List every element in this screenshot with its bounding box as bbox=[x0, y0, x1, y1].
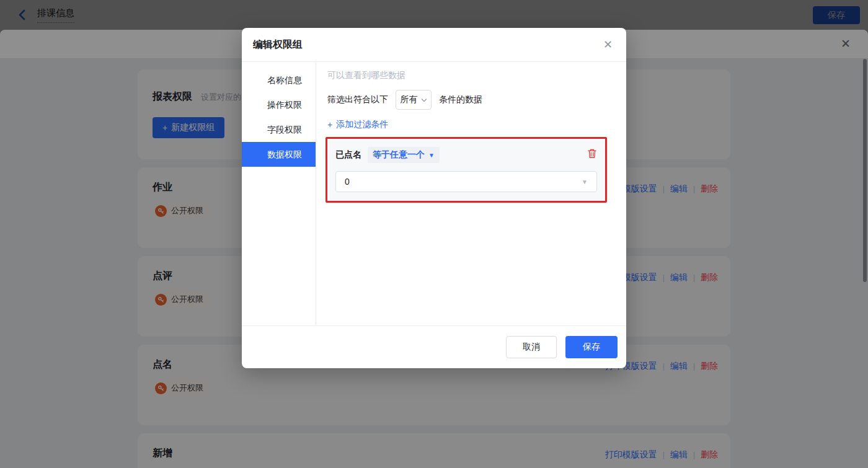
condition-value-select[interactable]: 0 ▼ bbox=[335, 171, 597, 192]
annotation-highlight-box: 已点名 等于任意一个 ▼ bbox=[326, 137, 607, 203]
panel-hint: 可以查看到哪些数据 bbox=[327, 70, 615, 81]
data-permission-panel: 可以查看到哪些数据 筛选出符合以下 所有 条件的数据 + 添加过滤条件 bbox=[317, 63, 626, 325]
tab-field-permission[interactable]: 字段权限 bbox=[242, 117, 316, 142]
filter-prefix-text: 筛选出符合以下 bbox=[327, 94, 388, 105]
delete-condition-button[interactable] bbox=[587, 148, 597, 161]
modal-title: 编辑权限组 bbox=[253, 38, 303, 51]
tab-name-info[interactable]: 名称信息 bbox=[242, 68, 316, 92]
filter-suffix-text: 条件的数据 bbox=[439, 94, 482, 105]
condition-operator-dropdown[interactable]: 等于任意一个 ▼ bbox=[368, 147, 440, 163]
save-button[interactable]: 保存 bbox=[565, 336, 618, 358]
condition-field-label: 已点名 bbox=[335, 149, 361, 161]
plus-icon: + bbox=[327, 120, 332, 130]
modal-close-icon[interactable]: ✕ bbox=[603, 38, 613, 51]
chevron-down-icon bbox=[421, 98, 427, 102]
cancel-button[interactable]: 取消 bbox=[506, 336, 557, 358]
modal-header: 编辑权限组 ✕ bbox=[242, 28, 626, 62]
filter-condition-card: 已点名 等于任意一个 ▼ bbox=[327, 139, 605, 201]
add-filter-button[interactable]: + 添加过滤条件 bbox=[327, 119, 388, 130]
edit-permission-group-modal: 编辑权限组 ✕ 名称信息 操作权限 字段权限 数据权限 可以查看到哪些数据 筛选… bbox=[242, 28, 626, 368]
modal-sidebar: 名称信息 操作权限 字段权限 数据权限 bbox=[242, 63, 316, 325]
caret-down-icon: ▼ bbox=[428, 152, 435, 159]
caret-down-icon: ▼ bbox=[582, 179, 588, 185]
tab-data-permission[interactable]: 数据权限 bbox=[242, 142, 316, 167]
match-mode-select[interactable]: 所有 bbox=[396, 90, 432, 110]
modal-footer: 取消 保存 bbox=[242, 325, 626, 368]
tab-operation-permission[interactable]: 操作权限 bbox=[242, 92, 316, 117]
